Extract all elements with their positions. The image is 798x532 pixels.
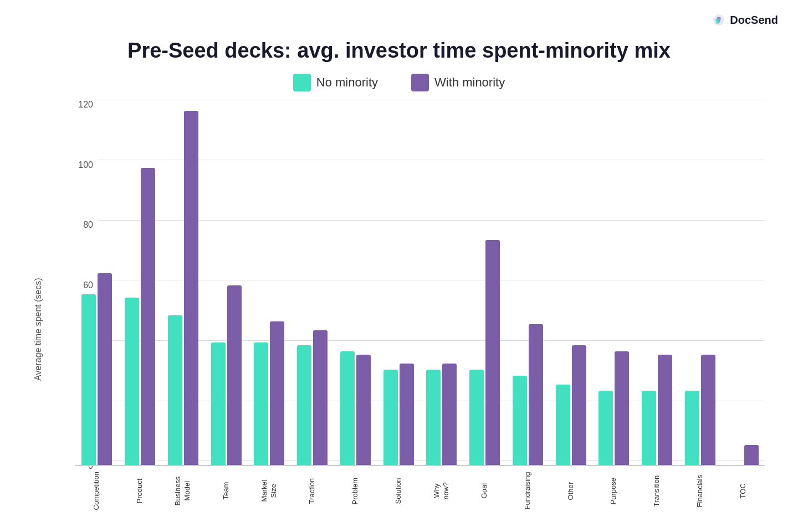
bar-group bbox=[463, 105, 507, 466]
legend-item-with-minority: With minority bbox=[411, 74, 505, 91]
legend-label-with-minority: With minority bbox=[434, 75, 505, 90]
x-axis-label: Why now? bbox=[432, 472, 451, 510]
bar-no-minority bbox=[81, 294, 96, 466]
bar-no-minority bbox=[340, 351, 355, 466]
x-label-group: Financials bbox=[679, 468, 722, 510]
x-label-group: Goal bbox=[463, 468, 507, 510]
bar-no-minority bbox=[513, 376, 527, 466]
bar-group bbox=[334, 105, 377, 466]
bar-group bbox=[291, 105, 334, 466]
baseline bbox=[75, 465, 765, 466]
logo-text: DocSend bbox=[730, 14, 778, 27]
x-axis-label: Traction bbox=[308, 472, 317, 510]
x-label-group: Solution bbox=[377, 468, 420, 510]
bar-no-minority bbox=[211, 342, 226, 466]
x-axis-label: Problem bbox=[351, 472, 360, 510]
legend-color-with-minority bbox=[411, 74, 429, 91]
x-label-group: Team bbox=[204, 468, 248, 510]
bar-with-minority bbox=[744, 445, 759, 466]
x-label-group: Other bbox=[549, 468, 592, 510]
x-axis-label: Fundraising bbox=[523, 472, 533, 510]
x-label-group: Why now? bbox=[420, 468, 463, 510]
bar-group bbox=[679, 105, 722, 466]
legend-label-no-minority: No minority bbox=[316, 75, 378, 90]
x-axis-label: Solution bbox=[394, 472, 403, 510]
bar-with-minority bbox=[313, 330, 328, 466]
bar-with-minority bbox=[356, 355, 371, 466]
x-label-group: TOC bbox=[722, 468, 765, 510]
chart-inner: 020406080100120 CompetitionProductBusine… bbox=[53, 105, 765, 510]
bar-group bbox=[420, 105, 463, 466]
x-axis-label: Team bbox=[222, 472, 231, 510]
bar-no-minority bbox=[685, 391, 699, 466]
docsend-logo-icon bbox=[711, 12, 727, 28]
bar-no-minority bbox=[598, 391, 613, 466]
x-label-group: Market Size bbox=[248, 468, 291, 510]
x-axis-label: TOC bbox=[739, 472, 748, 510]
grid-and-bars: 020406080100120 bbox=[53, 105, 765, 466]
bar-no-minority bbox=[125, 298, 139, 466]
chart-legend: No minority With minority bbox=[293, 74, 505, 91]
bar-group bbox=[248, 105, 291, 466]
x-axis-label: Competition bbox=[92, 472, 101, 510]
x-axis-label: Business Model bbox=[173, 472, 192, 510]
x-label-group: Problem bbox=[334, 468, 377, 510]
legend-item-no-minority: No minority bbox=[293, 74, 378, 91]
bar-with-minority bbox=[658, 355, 672, 466]
bar-with-minority bbox=[572, 345, 586, 466]
bar-group bbox=[722, 105, 765, 466]
bar-group bbox=[119, 105, 162, 466]
bar-no-minority bbox=[469, 370, 484, 466]
bar-with-minority bbox=[485, 240, 500, 466]
bar-with-minority bbox=[529, 324, 543, 466]
chart-title: Pre-Seed decks: avg. investor time spent… bbox=[127, 39, 671, 63]
legend-color-no-minority bbox=[293, 74, 311, 91]
bar-with-minority bbox=[270, 321, 284, 466]
chart-area: Average time spent (secs) 02040608010012… bbox=[33, 105, 765, 510]
bar-with-minority bbox=[615, 351, 629, 466]
y-axis-label: Average time spent (secs) bbox=[33, 105, 53, 510]
bar-no-minority bbox=[383, 370, 398, 466]
x-label-group: Competition bbox=[75, 468, 119, 510]
bar-with-minority bbox=[141, 168, 155, 466]
x-label-group: Business Model bbox=[162, 468, 205, 510]
x-axis-label: Purpose bbox=[609, 472, 618, 510]
bar-with-minority bbox=[701, 355, 715, 466]
bar-no-minority bbox=[254, 342, 268, 466]
x-axis-label: Goal bbox=[480, 472, 489, 510]
bar-group bbox=[204, 105, 248, 466]
x-label-group: Product bbox=[119, 468, 162, 510]
bar-no-minority bbox=[426, 370, 441, 466]
bar-with-minority bbox=[442, 364, 457, 466]
bar-no-minority bbox=[297, 345, 311, 466]
bar-with-minority bbox=[98, 273, 112, 466]
x-label-group: Purpose bbox=[592, 468, 636, 510]
x-axis-label: Market Size bbox=[260, 472, 279, 510]
bar-group bbox=[549, 105, 592, 466]
bar-with-minority bbox=[227, 285, 242, 466]
bar-with-minority bbox=[400, 364, 414, 466]
x-label-group: Fundraising bbox=[507, 468, 550, 510]
chart-container: Pre-Seed decks: avg. investor time spent… bbox=[33, 33, 765, 510]
bar-no-minority bbox=[556, 385, 570, 466]
x-label-group: Traction bbox=[291, 468, 334, 510]
x-axis-label: Financials bbox=[695, 472, 705, 510]
bar-group bbox=[592, 105, 636, 466]
x-label-group: Transition bbox=[636, 468, 679, 510]
bar-group bbox=[377, 105, 420, 466]
x-axis-label: Product bbox=[135, 472, 145, 510]
bar-group bbox=[636, 105, 679, 466]
bar-group bbox=[162, 105, 205, 466]
x-axis-label: Other bbox=[566, 472, 576, 510]
x-axis-label: Transition bbox=[652, 472, 662, 510]
bar-no-minority bbox=[642, 391, 656, 466]
bar-group bbox=[75, 105, 119, 466]
bars-wrapper bbox=[75, 105, 765, 466]
bar-group bbox=[507, 105, 550, 466]
logo: DocSend bbox=[711, 12, 778, 28]
bar-no-minority bbox=[168, 315, 182, 466]
x-axis: CompetitionProductBusiness ModelTeamMark… bbox=[75, 468, 765, 510]
bar-with-minority bbox=[184, 111, 198, 466]
